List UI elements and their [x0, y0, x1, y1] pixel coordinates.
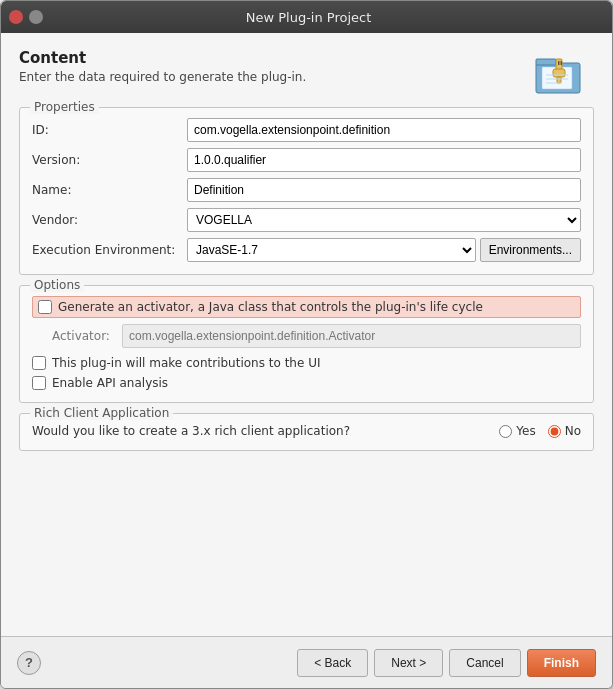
header-text: Content Enter the data required to gener…	[19, 49, 306, 84]
rca-no-option[interactable]: No	[548, 424, 581, 438]
finish-button[interactable]: Finish	[527, 649, 596, 677]
exec-env-row: Execution Environment: JavaSE-1.7 Enviro…	[32, 238, 581, 262]
properties-section: Properties ID: Version: Name: Vendor: VO…	[19, 107, 594, 275]
vendor-label: Vendor:	[32, 213, 187, 227]
rca-legend: Rich Client Application	[30, 406, 173, 420]
rca-no-radio[interactable]	[548, 425, 561, 438]
exec-env-label: Execution Environment:	[32, 243, 187, 257]
window: New Plug-in Project Content Enter the da…	[0, 0, 613, 689]
contributions-checkbox[interactable]	[32, 356, 46, 370]
rca-section: Rich Client Application Would you like t…	[19, 413, 594, 451]
name-input[interactable]	[187, 178, 581, 202]
exec-env-group: JavaSE-1.7 Environments...	[187, 238, 581, 262]
name-row: Name:	[32, 178, 581, 202]
svg-rect-6	[558, 61, 560, 65]
id-label: ID:	[32, 123, 187, 137]
vendor-select[interactable]: VOGELLA	[187, 208, 581, 232]
api-label: Enable API analysis	[52, 376, 168, 390]
contributions-label: This plug-in will make contributions to …	[52, 356, 320, 370]
svg-rect-5	[557, 77, 561, 83]
footer-left: ?	[17, 651, 41, 675]
content-area: Content Enter the data required to gener…	[1, 33, 612, 636]
header-title: Content	[19, 49, 306, 67]
rca-yes-radio[interactable]	[499, 425, 512, 438]
version-input[interactable]	[187, 148, 581, 172]
rca-question: Would you like to create a 3.x rich clie…	[32, 424, 499, 438]
minimize-button[interactable]	[29, 10, 43, 24]
properties-legend: Properties	[30, 100, 99, 114]
cancel-button[interactable]: Cancel	[449, 649, 520, 677]
header-subtitle: Enter the data required to generate the …	[19, 70, 306, 84]
generate-activator-row: Generate an activator, a Java class that…	[32, 296, 581, 318]
api-checkbox[interactable]	[32, 376, 46, 390]
activator-input[interactable]	[122, 324, 581, 348]
id-row: ID:	[32, 118, 581, 142]
rca-yes-option[interactable]: Yes	[499, 424, 535, 438]
plug-icon	[534, 49, 594, 97]
rca-row: Would you like to create a 3.x rich clie…	[32, 424, 581, 438]
rca-radio-group: Yes No	[499, 424, 581, 438]
close-button[interactable]	[9, 10, 23, 24]
svg-rect-7	[561, 61, 563, 65]
version-label: Version:	[32, 153, 187, 167]
id-input[interactable]	[187, 118, 581, 142]
svg-rect-1	[536, 59, 556, 65]
svg-rect-4	[553, 69, 565, 77]
options-section: Options Generate an activator, a Java cl…	[19, 285, 594, 403]
footer: ? < Back Next > Cancel Finish	[1, 636, 612, 688]
help-button[interactable]: ?	[17, 651, 41, 675]
exec-env-select[interactable]: JavaSE-1.7	[187, 238, 476, 262]
next-button[interactable]: Next >	[374, 649, 443, 677]
rca-no-label: No	[565, 424, 581, 438]
title-bar: New Plug-in Project	[1, 1, 612, 33]
generate-activator-label: Generate an activator, a Java class that…	[58, 300, 483, 314]
window-title: New Plug-in Project	[53, 10, 564, 25]
version-row: Version:	[32, 148, 581, 172]
api-row: Enable API analysis	[32, 376, 581, 390]
footer-right: < Back Next > Cancel Finish	[297, 649, 596, 677]
back-button[interactable]: < Back	[297, 649, 368, 677]
environments-button[interactable]: Environments...	[480, 238, 581, 262]
name-label: Name:	[32, 183, 187, 197]
options-legend: Options	[30, 278, 84, 292]
activator-row: Activator:	[52, 324, 581, 348]
generate-activator-checkbox[interactable]	[38, 300, 52, 314]
rca-yes-label: Yes	[516, 424, 535, 438]
activator-label: Activator:	[52, 329, 122, 343]
header-section: Content Enter the data required to gener…	[19, 49, 594, 97]
vendor-row: Vendor: VOGELLA	[32, 208, 581, 232]
contributions-row: This plug-in will make contributions to …	[32, 356, 581, 370]
